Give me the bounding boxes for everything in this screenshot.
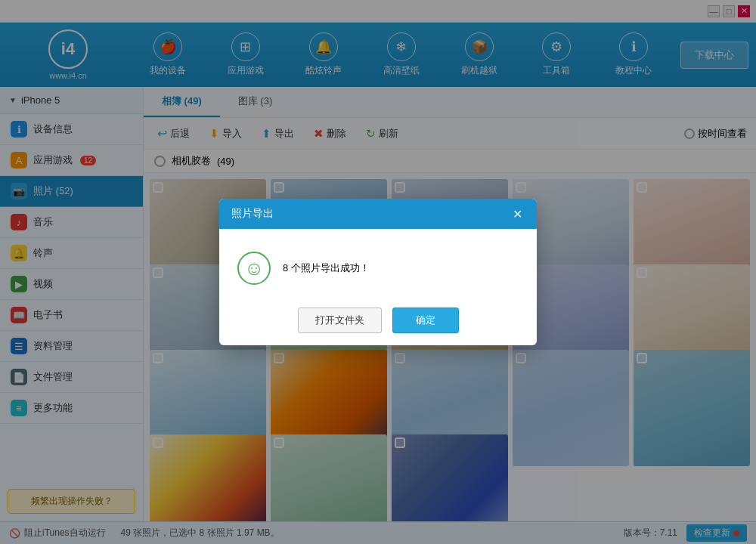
success-icon: ☺ [237,252,271,285]
modal-body: ☺ 8 个照片导出成功！ [219,229,537,300]
modal-message: 8 个照片导出成功！ [283,261,370,275]
open-folder-button[interactable]: 打开文件夹 [298,308,382,333]
confirm-button[interactable]: 确定 [392,308,459,333]
modal-footer: 打开文件夹 确定 [219,300,537,345]
modal-title: 照片导出 [231,207,274,221]
modal-overlay: 照片导出 ✕ ☺ 8 个照片导出成功！ 打开文件夹 确定 [0,0,756,544]
modal-header: 照片导出 ✕ [219,199,537,229]
modal-close-button[interactable]: ✕ [510,206,525,221]
export-modal: 照片导出 ✕ ☺ 8 个照片导出成功！ 打开文件夹 确定 [219,199,537,345]
